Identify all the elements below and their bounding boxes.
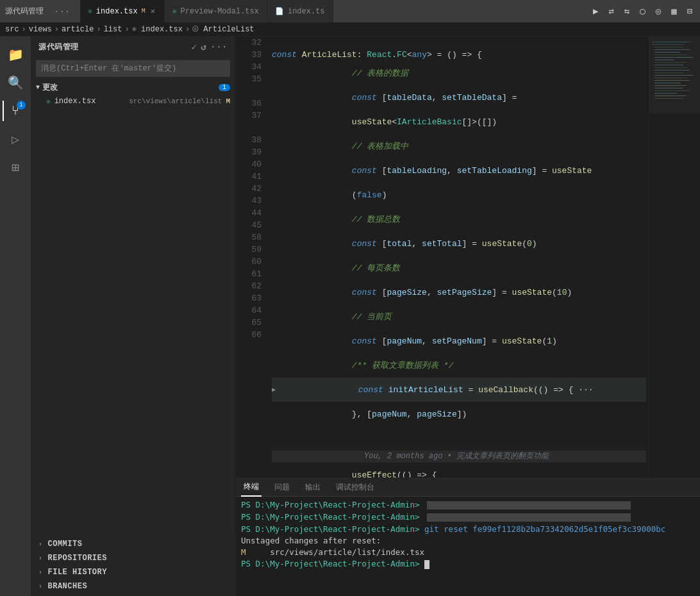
branches-label: BRANCHES bbox=[48, 582, 88, 591]
code-line-34: // 表格的数据 bbox=[272, 61, 646, 85]
tab-problems[interactable]: 问题 bbox=[272, 479, 292, 497]
sidebar-actions: ✓ ↺ ··· bbox=[191, 42, 228, 53]
code-line-35b: useState<IArticleBasic[]>([]) bbox=[272, 110, 646, 134]
terminal-cursor bbox=[424, 560, 429, 569]
editor-area: 32 33 34 35 36 37 38 39 40 41 42 43 44 4… bbox=[236, 37, 700, 596]
activity-bar: 📁 🔍 ⑂ 1 ▷ ⊞ bbox=[0, 37, 31, 596]
tab-index-tsx[interactable]: ⚛ index.tsx M ✕ bbox=[80, 0, 165, 22]
code-line-42: // 当前页 bbox=[272, 304, 646, 329]
terminal-tab-bar: 终端 问题 输出 调试控制台 bbox=[236, 479, 700, 497]
terminal-panel: 终端 问题 输出 调试控制台 PS D:\My-Project\React-Pr… bbox=[236, 477, 700, 596]
git-blame-hint: You, 2 months ago • 完成文章列表页的翻页功能 bbox=[364, 451, 554, 463]
file-path: src\views\article\list bbox=[129, 97, 222, 105]
blurred-output-2 bbox=[427, 513, 631, 522]
title-bar: 源代码管理 ··· ⚛ index.tsx M ✕ ⚛ Preview-Moda… bbox=[0, 0, 700, 22]
code-line-60 bbox=[272, 438, 646, 451]
history-label: FILE HISTORY bbox=[48, 568, 107, 577]
commit-input-area bbox=[31, 58, 235, 79]
layout-icon[interactable]: ▦ bbox=[669, 3, 679, 19]
sidebar: 源代码管理 ✓ ↺ ··· ▼ 更改 1 ⚛ index.tsx src\vie… bbox=[31, 37, 236, 596]
explorer-icon[interactable]: 📁 bbox=[3, 42, 28, 67]
collapse-arrow[interactable]: ▶ bbox=[272, 384, 276, 396]
code-line-59 bbox=[272, 426, 646, 438]
run-icon[interactable]: ▶ bbox=[590, 3, 601, 19]
source-control-icon[interactable]: ⑂ 1 bbox=[3, 98, 28, 124]
code-line-39: const [total, setTotal] = useState(0) bbox=[272, 231, 646, 256]
branches-arrow: › bbox=[38, 583, 43, 590]
code-line-35: const [tableData, setTableData] = bbox=[272, 85, 646, 110]
terminal-line-unstaged: Unstaged changes after reset: bbox=[241, 535, 695, 547]
branches-section[interactable]: › BRANCHES bbox=[31, 579, 236, 593]
tab-close-button[interactable]: ✕ bbox=[149, 5, 156, 17]
tab-index-ts[interactable]: 📄 index.ts bbox=[267, 0, 333, 22]
breadcrumb-article[interactable]: article bbox=[62, 25, 94, 34]
code-line-62: useEffect(() => { bbox=[272, 463, 646, 477]
extensions-icon[interactable]: ⊞ bbox=[3, 154, 28, 180]
breadcrumb: src › views › article › list › ⚛ index.t… bbox=[0, 22, 700, 37]
tab-preview-modal[interactable]: ⚛ Preview-Modal.tsx bbox=[165, 0, 267, 22]
commit-message-input[interactable] bbox=[36, 60, 230, 77]
title-bar-menu[interactable]: ··· bbox=[54, 6, 70, 17]
remote-icon[interactable]: ⇆ bbox=[622, 3, 632, 19]
sidebar-header: 源代码管理 ✓ ↺ ··· bbox=[31, 37, 235, 58]
commits-arrow: › bbox=[38, 541, 43, 548]
breadcrumb-symbol[interactable]: ⦾ ArticleList bbox=[192, 25, 254, 34]
more-action[interactable]: ··· bbox=[210, 42, 228, 53]
tab-modified-badge: M bbox=[142, 8, 146, 15]
code-line-45: ▶ const initArticleList = useCallback(()… bbox=[272, 377, 646, 402]
terminal-line-git: PS D:\My-Project\React-Project-Admin> gi… bbox=[241, 524, 695, 535]
changes-arrow: ▼ bbox=[36, 84, 40, 91]
tab-label-3: index.ts bbox=[288, 7, 325, 16]
terminal-line-2: PS D:\My-Project\React-Project-Admin> bbox=[241, 511, 695, 524]
main-area: 📁 🔍 ⑂ 1 ▷ ⊞ 源代码管理 ✓ ↺ ··· ▼ 更改 1 ⚛ bbox=[0, 37, 700, 596]
search-icon[interactable]: 🔍 bbox=[3, 70, 28, 95]
commits-label: COMMITS bbox=[48, 540, 83, 549]
code-line-37b: (false) bbox=[272, 183, 646, 207]
breadcrumb-file[interactable]: ⚛ index.tsx bbox=[132, 24, 183, 34]
code-line-44: /** 获取文章数据列表 */ bbox=[272, 353, 646, 377]
file-history-section[interactable]: › FILE HISTORY bbox=[31, 565, 236, 579]
sidebar-title: 源代码管理 bbox=[38, 42, 191, 53]
file-item[interactable]: ⚛ index.tsx src\views\article\list M bbox=[31, 95, 235, 107]
debug-icon[interactable]: ⇄ bbox=[606, 3, 616, 19]
breadcrumb-list[interactable]: list bbox=[104, 25, 122, 34]
code-line-33: const ArticleList: React.FC<any> = () =>… bbox=[272, 49, 646, 61]
refresh-action[interactable]: ↺ bbox=[201, 42, 206, 53]
run-debug-icon[interactable]: ▷ bbox=[3, 126, 28, 152]
tsx-icon-2: ⚛ bbox=[172, 7, 177, 15]
notifications-icon[interactable]: ◎ bbox=[653, 3, 663, 19]
window-actions: ▶ ⇄ ⇆ ◯ ◎ ▦ ⊟ bbox=[590, 3, 695, 19]
repositories-section[interactable]: › REPOSITORIES bbox=[31, 551, 236, 565]
bottom-panel: › COMMITS › REPOSITORIES › FILE HISTORY … bbox=[31, 534, 236, 596]
code-lines: const ArticleList: React.FC<any> = () =>… bbox=[269, 37, 649, 477]
tab-debug-console[interactable]: 调试控制台 bbox=[333, 479, 377, 497]
repos-arrow: › bbox=[38, 555, 43, 562]
tab-output[interactable]: 输出 bbox=[303, 479, 323, 497]
file-status: M bbox=[226, 97, 230, 105]
code-line-37: const [tableLoading, setTableLoading] = … bbox=[272, 158, 646, 183]
breadcrumb-views[interactable]: views bbox=[29, 25, 52, 34]
commit-action[interactable]: ✓ bbox=[191, 42, 197, 53]
ts-icon: 📄 bbox=[275, 7, 284, 15]
tab-label-2: Preview-Modal.tsx bbox=[181, 7, 259, 16]
repos-label: REPOSITORIES bbox=[48, 554, 107, 563]
code-line-40: // 每页条数 bbox=[272, 256, 646, 280]
code-line-58: }, [pageNum, pageSize]) bbox=[272, 402, 646, 426]
commits-section[interactable]: › COMMITS bbox=[31, 537, 236, 551]
code-line-41: const [pageSize, setPageSize] = useState… bbox=[272, 280, 646, 304]
changes-section[interactable]: ▼ 更改 1 bbox=[31, 79, 235, 95]
tab-terminal[interactable]: 终端 bbox=[241, 479, 262, 497]
minimap-visual bbox=[649, 37, 700, 477]
terminal-content[interactable]: PS D:\My-Project\React-Project-Admin> PS… bbox=[236, 497, 700, 596]
code-view: 32 33 34 35 36 37 38 39 40 41 42 43 44 4… bbox=[236, 37, 700, 596]
file-tsx-icon: ⚛ bbox=[46, 97, 51, 106]
split-icon[interactable]: ⊟ bbox=[685, 3, 695, 19]
code-content[interactable]: 32 33 34 35 36 37 38 39 40 41 42 43 44 4… bbox=[236, 37, 700, 477]
breadcrumb-src[interactable]: src bbox=[5, 25, 19, 34]
changes-count: 1 bbox=[219, 84, 230, 91]
app-title: 源代码管理 bbox=[5, 6, 44, 17]
code-line-43: const [pageNum, setPageNum] = useState(1… bbox=[272, 329, 646, 353]
changes-label: 更改 bbox=[42, 82, 219, 93]
code-line-36: // 表格加载中 bbox=[272, 134, 646, 158]
settings-icon[interactable]: ◯ bbox=[637, 3, 647, 19]
